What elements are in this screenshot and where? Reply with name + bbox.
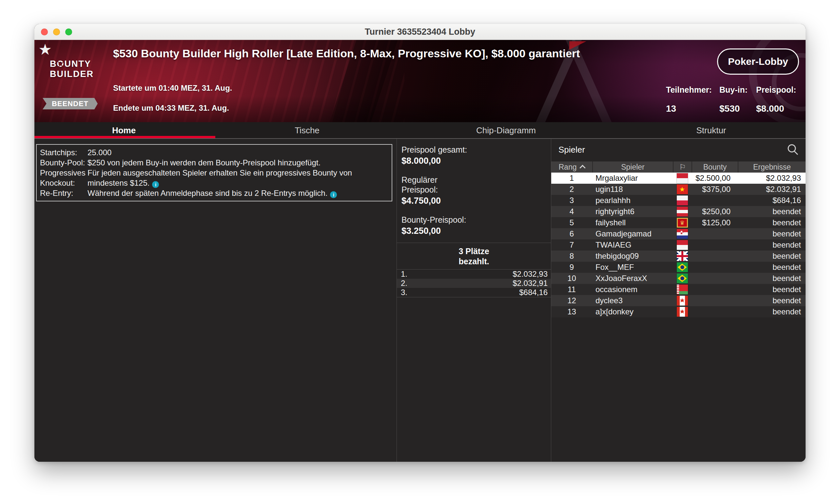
- player-row[interactable]: 8thebigdog09beendet: [551, 251, 806, 262]
- vietnam-flag-icon: [677, 184, 688, 194]
- payout-amount: $2.032,93: [512, 270, 551, 279]
- player-result: $684,16: [738, 196, 806, 205]
- player-rank: 7: [551, 240, 592, 250]
- info-icon[interactable]: i: [152, 181, 159, 188]
- player-name: ugin118: [592, 185, 673, 194]
- end-time-text: Endete um 04:33 MEZ, 31. Aug.: [113, 104, 229, 113]
- flag-column-header[interactable]: ⚐: [673, 161, 692, 173]
- player-flag-cell: [673, 285, 692, 294]
- column-header-label: Bounty: [703, 163, 727, 172]
- player-name: failyshell: [592, 218, 673, 227]
- player-rank: 13: [551, 307, 592, 316]
- player-row[interactable]: 1Mrgalaxyliar$2.500,00$2.032,93: [551, 173, 806, 184]
- prizepool-regular-label: Regulärer Preispool:: [401, 175, 470, 195]
- places-paid-text: 3 Plätze bezahlt.: [451, 246, 497, 267]
- player-flag-cell: [673, 173, 692, 183]
- player-rank: 9: [551, 263, 592, 272]
- player-name: dyclee3: [592, 296, 673, 305]
- info-row-label: Bounty-Pool:: [40, 158, 88, 168]
- player-name: pearlahhh: [592, 196, 673, 205]
- info-row-label: Progressives Knockout:: [40, 168, 88, 188]
- stat-label: Buy-in:: [719, 85, 756, 95]
- column-header-ergebnisse[interactable]: Ergebnisse: [738, 161, 806, 173]
- search-icon[interactable]: [787, 143, 800, 158]
- stat-value: 13: [666, 104, 719, 114]
- prizepool-column: Preispool gesamt: $8.000,00 Regulärer Pr…: [397, 139, 551, 462]
- player-row[interactable]: 5failyshell$125,00beendet: [551, 217, 806, 228]
- player-rank: 8: [551, 252, 592, 261]
- player-row[interactable]: 6Gamadjegamadbeendet: [551, 228, 806, 239]
- player-name: thebigdog09: [592, 252, 673, 261]
- prizepool-bounty-label: Bounty-Preispool:: [401, 215, 551, 224]
- stat-value: $8.000: [756, 104, 796, 114]
- player-rank: 4: [551, 207, 592, 216]
- player-result: beendet: [738, 307, 806, 316]
- tournament-stats: Teilnehmer:13Buy-in:$530Preispool:$8.000: [666, 85, 796, 114]
- canada-flag-icon: [677, 307, 688, 317]
- stat-value: $530: [719, 104, 756, 114]
- tab-struktur[interactable]: Struktur: [696, 125, 726, 136]
- player-row[interactable]: 4rightyright6$250,00beendet: [551, 206, 806, 217]
- tab-home[interactable]: Home: [112, 125, 136, 136]
- column-header-rang[interactable]: Rang: [551, 161, 592, 173]
- players-table-header: RangSpieler⚐BountyErgebnisse: [551, 161, 806, 173]
- player-rank: 10: [551, 274, 592, 283]
- stat-label: Preispool:: [756, 85, 796, 95]
- player-row[interactable]: 2ugin118$375,00$2.032,91: [551, 184, 806, 195]
- player-row[interactable]: 9Fox__MEFbeendet: [551, 262, 806, 273]
- bounty-builder-logo: BOUNTY BUILDER: [50, 59, 94, 79]
- player-result: beendet: [738, 218, 806, 227]
- flag-icon: ⚐: [679, 163, 686, 172]
- player-name: TWAIAEG: [592, 240, 673, 250]
- payout-place: 2.: [397, 279, 512, 288]
- player-name: a]x[donkey: [592, 307, 673, 316]
- tab-tische[interactable]: Tische: [295, 125, 319, 136]
- canada-flag-icon: [677, 296, 688, 306]
- tournament-info-column: Startchips:25.000Bounty-Pool:$250 von je…: [34, 139, 397, 462]
- player-rank: 11: [551, 285, 592, 294]
- info-row-text: $250 von jedem Buy-in werden dem Bounty-…: [88, 158, 369, 168]
- player-row[interactable]: 7TWAIAEGbeendet: [551, 239, 806, 251]
- tab-bar: HomeTischeChip-DiagrammStruktur: [34, 122, 806, 138]
- player-result: beendet: [738, 240, 806, 250]
- players-panel-title: Spieler: [558, 145, 585, 155]
- column-header-spieler[interactable]: Spieler: [592, 161, 673, 173]
- player-rank: 12: [551, 296, 592, 305]
- stat-teilnehmer: Teilnehmer:13: [666, 85, 719, 114]
- payout-row: 2.$2.032,91: [397, 279, 551, 288]
- column-header-bounty[interactable]: Bounty: [692, 161, 738, 173]
- uk-flag-icon: [677, 251, 688, 261]
- brazil-flag-icon: [677, 262, 688, 272]
- player-row[interactable]: 12dyclee3beendet: [551, 295, 806, 306]
- player-result: beendet: [738, 263, 806, 272]
- info-row-text: 25.000: [88, 147, 369, 158]
- player-row[interactable]: 3pearlahhh$684,16: [551, 195, 806, 206]
- tab-chipdiagramm[interactable]: Chip-Diagramm: [476, 125, 536, 136]
- player-row[interactable]: 10XxJoaoFeraxXbeendet: [551, 273, 806, 284]
- player-flag-cell: [673, 184, 692, 194]
- poker-lobby-button[interactable]: Poker-Lobby: [717, 49, 799, 75]
- column-header-label: Ergebnisse: [753, 163, 791, 172]
- info-icon[interactable]: i: [330, 191, 337, 198]
- tournament-banner: ★ BOUNTY BUILDER BEENDET $530 Bounty Bui…: [34, 40, 806, 122]
- player-result: beendet: [738, 252, 806, 261]
- player-result: beendet: [738, 296, 806, 305]
- player-flag-cell: [673, 206, 692, 216]
- player-row[interactable]: 11occasionembeendet: [551, 284, 806, 295]
- player-rank: 5: [551, 218, 592, 227]
- active-tab-underline: [34, 136, 215, 138]
- player-row[interactable]: 13a]x[donkeybeendet: [551, 306, 806, 317]
- info-row-label: Re-Entry:: [40, 188, 88, 198]
- favorite-star-icon[interactable]: ★: [38, 41, 52, 58]
- logo-line2: BUILDER: [50, 69, 94, 79]
- player-result: beendet: [738, 207, 806, 216]
- indonesia-flag-icon: [677, 240, 688, 250]
- tournament-info-box: Startchips:25.000Bounty-Pool:$250 von je…: [36, 144, 392, 201]
- stat-preispool: Preispool:$8.000: [756, 85, 796, 114]
- player-rank: 3: [551, 196, 592, 205]
- player-bounty: $2.500,00: [692, 174, 738, 183]
- player-name: rightyright6: [592, 207, 673, 216]
- players-column: Spieler RangSpieler⚐BountyErgebnisse 1Mr…: [551, 139, 806, 462]
- player-name: occasionem: [592, 285, 673, 294]
- poland-flag-icon: [677, 196, 688, 205]
